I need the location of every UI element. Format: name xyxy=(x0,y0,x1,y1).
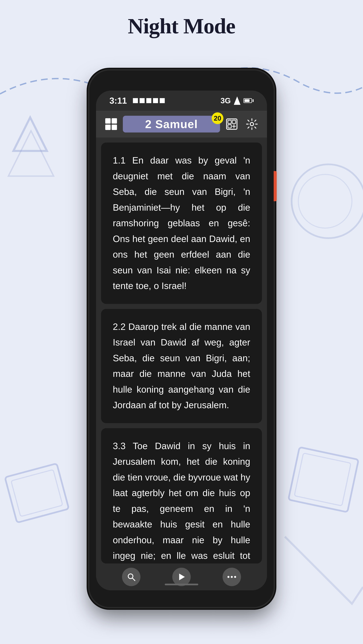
content-area: 1.1 En daar was by geval 'n deugniet met… xyxy=(96,138,267,564)
status-signal-blocks xyxy=(133,98,165,103)
verse-text-3: 3.3 Toe Dawid in sy huis in Jerusalem ko… xyxy=(113,438,250,564)
svg-point-3 xyxy=(298,174,352,228)
chapter-badge: 20 xyxy=(212,112,223,124)
status-time: 3:11 xyxy=(109,96,127,106)
verse-card-3[interactable]: 3.3 Toe Dawid in sy huis in Jerusalem ko… xyxy=(101,428,262,564)
verse-text-2: 2.2 Daarop trek al die manne van Israel … xyxy=(113,319,250,413)
battery-icon xyxy=(244,98,254,103)
app-toolbar: 2 Samuel 20 xyxy=(96,111,267,138)
settings-button[interactable] xyxy=(245,118,259,131)
phone-device: 3:11 3G xyxy=(89,70,274,607)
svg-rect-6 xyxy=(288,447,359,512)
more-nav-button[interactable] xyxy=(223,568,241,586)
svg-marker-0 xyxy=(13,118,47,151)
network-type-label: 3G xyxy=(221,96,231,105)
app-logo[interactable] xyxy=(104,118,118,131)
phone-screen: 3:11 3G xyxy=(96,90,267,590)
svg-marker-8 xyxy=(234,96,241,105)
svg-line-15 xyxy=(132,578,135,580)
svg-rect-7 xyxy=(294,453,351,506)
verse-card-2[interactable]: 2.2 Daarop trek al die manne van Israel … xyxy=(101,309,262,423)
play-nav-button[interactable] xyxy=(172,568,191,586)
home-indicator xyxy=(165,584,198,585)
svg-marker-16 xyxy=(179,574,185,580)
bottom-nav xyxy=(96,564,267,590)
svg-point-13 xyxy=(250,122,254,126)
gallery-button[interactable] xyxy=(225,118,239,131)
svg-point-18 xyxy=(231,576,233,578)
power-button xyxy=(274,171,277,201)
svg-rect-4 xyxy=(5,464,69,522)
svg-point-2 xyxy=(292,164,363,238)
book-title-text: 2 Samuel xyxy=(145,118,198,131)
book-title-selector[interactable]: 2 Samuel 20 xyxy=(123,116,220,132)
svg-marker-1 xyxy=(8,131,54,176)
search-nav-button[interactable] xyxy=(122,568,140,586)
phone-body: 3:11 3G xyxy=(89,70,274,607)
svg-rect-12 xyxy=(228,124,231,128)
svg-rect-10 xyxy=(228,120,231,124)
status-right-icons: 3G xyxy=(221,96,254,105)
verse-card-1[interactable]: 1.1 En daar was by geval 'n deugniet met… xyxy=(101,142,262,304)
status-bar: 3:11 3G xyxy=(96,90,267,111)
svg-point-17 xyxy=(227,576,229,578)
svg-rect-5 xyxy=(11,470,63,516)
toolbar-actions xyxy=(225,118,259,131)
svg-rect-11 xyxy=(232,120,236,124)
svg-point-19 xyxy=(234,576,236,578)
page-title: Night Mode xyxy=(0,14,363,38)
verse-text-1: 1.1 En daar was by geval 'n deugniet met… xyxy=(113,152,250,294)
